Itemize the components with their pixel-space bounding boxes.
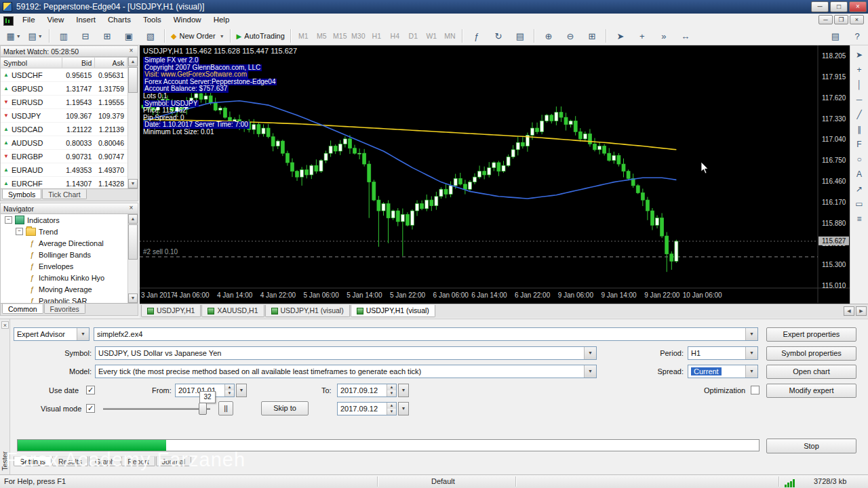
market-watch-icon[interactable]: ▥: [53, 28, 75, 44]
expert-file-select[interactable]: simplefx2.ex4▼: [94, 327, 758, 341]
timeframe-h1-button[interactable]: H1: [368, 29, 386, 43]
new-chart-icon[interactable]: ▦▼: [3, 28, 24, 44]
status-profile[interactable]: Default: [431, 477, 455, 485]
chart-window-icon[interactable]: [3, 16, 14, 26]
tab-symbols[interactable]: Symbols: [2, 189, 41, 199]
chevron-down-icon[interactable]: ▼: [745, 347, 757, 359]
vertical-line-icon[interactable]: │: [852, 77, 867, 92]
chart-window[interactable]: #2 sell 0.10118.205117.915117.620117.330…: [140, 45, 850, 304]
auto-scroll-icon[interactable]: »: [653, 28, 675, 44]
skip-to-button[interactable]: Skip to: [261, 401, 309, 415]
minimize-button[interactable]: ─: [811, 1, 829, 12]
menu-tools[interactable]: Tools: [137, 14, 167, 27]
cursor-icon[interactable]: ➤: [610, 28, 631, 44]
arrow-tool-icon[interactable]: ↗: [852, 182, 867, 197]
modify-expert-button[interactable]: Modify expert: [766, 384, 856, 398]
chevron-down-icon[interactable]: ▼: [745, 328, 757, 340]
rectangle-icon[interactable]: ▭: [852, 197, 867, 211]
spread-select[interactable]: Current▼: [688, 365, 758, 378]
market-watch-close-icon[interactable]: ×: [127, 47, 136, 56]
crosshair-icon[interactable]: +: [852, 62, 867, 77]
market-watch-row-usdjpy[interactable]: ▼USDJPY109.367109.379: [1, 109, 127, 123]
tester-tab-settings[interactable]: Settings: [14, 456, 52, 466]
chevron-down-icon[interactable]: ▼: [16, 34, 21, 39]
tester-tab-graph[interactable]: Graph: [89, 456, 121, 466]
new-order-button[interactable]: ◆New Order▼: [168, 28, 227, 44]
close-button[interactable]: ×: [849, 1, 867, 12]
collapse-icon[interactable]: −: [5, 216, 12, 224]
market-watch-row-eurchf[interactable]: ▲EURCHF1.143071.14328: [1, 177, 127, 188]
chart-shift-icon[interactable]: ↔: [675, 28, 696, 44]
menu-insert[interactable]: Insert: [70, 14, 102, 27]
timeframe-d1-button[interactable]: D1: [404, 29, 422, 43]
tree-item-parabolic-sar[interactable]: ƒParabolic SAR: [1, 295, 127, 303]
profiles-icon[interactable]: ▤▼: [24, 28, 46, 44]
skip-date-field[interactable]: 2017.09.12 ▲▼: [337, 402, 397, 415]
tree-item-average-directional[interactable]: ƒAverage Directional: [1, 237, 127, 249]
open-chart-button[interactable]: Open chart: [766, 365, 856, 379]
market-watch-row-usdcad[interactable]: ▲USDCAD1.211221.21139: [1, 123, 127, 136]
horizontal-line-icon[interactable]: ─: [852, 92, 867, 107]
tree-item-bollinger-bands[interactable]: ƒBollinger Bands: [1, 249, 127, 260]
optimization-checkbox[interactable]: [751, 386, 760, 394]
chevron-down-icon[interactable]: ▼: [38, 34, 43, 39]
to-date-field[interactable]: 2017.09.12 ▲▼: [337, 384, 397, 397]
tree-item-moving-average[interactable]: ƒMoving Average: [1, 283, 127, 295]
visual-speed-slider[interactable]: [103, 408, 210, 411]
zoom-out-icon[interactable]: ⊖: [559, 28, 581, 44]
cursor-icon[interactable]: ➤: [852, 47, 867, 62]
navigator-scrollbar[interactable]: ▲ ▼: [127, 214, 138, 303]
tabs-scroll-right-icon[interactable]: ▶: [856, 306, 867, 316]
symbol-select[interactable]: USDJPY, US Dollar vs Japanese Yen▼: [95, 346, 597, 360]
tile-windows-icon[interactable]: ⊞: [581, 28, 603, 44]
market-watch-row-audusd[interactable]: ▲AUDUSD0.800330.80046: [1, 136, 127, 150]
tree-node-indicators[interactable]: −Indicators: [1, 214, 127, 226]
chevron-down-icon[interactable]: ▼: [745, 365, 757, 378]
use-date-checkbox[interactable]: ✓: [86, 386, 95, 394]
zoom-in-icon[interactable]: ⊕: [538, 28, 559, 44]
menu-file[interactable]: File: [16, 14, 41, 27]
navigator-icon[interactable]: ⊞: [96, 28, 118, 44]
market-watch-row-usdchf[interactable]: ▲USDCHF0.956150.95631: [1, 68, 127, 82]
indicators-icon[interactable]: ƒ: [466, 28, 488, 44]
period-select[interactable]: H1▼: [688, 346, 758, 360]
strategy-tester-icon[interactable]: ▧: [140, 28, 161, 44]
spinner[interactable]: ▲▼: [224, 384, 234, 396]
visual-mode-checkbox[interactable]: ✓: [86, 404, 95, 413]
tester-tab-journal[interactable]: Journal: [156, 456, 191, 466]
market-watch-scrollbar[interactable]: ▲ ▼: [127, 57, 138, 188]
menu-charts[interactable]: Charts: [102, 14, 137, 27]
menu-help[interactable]: Help: [208, 14, 236, 27]
navigator-close-icon[interactable]: ×: [127, 204, 136, 213]
templates-icon[interactable]: ▤: [509, 28, 531, 44]
crosshair-icon[interactable]: +: [631, 28, 653, 44]
timeframe-m1-button[interactable]: M1: [294, 29, 313, 43]
maximize-button[interactable]: □: [830, 1, 848, 12]
skip-date-picker-icon[interactable]: ▼: [398, 402, 409, 415]
market-watch-row-eurusd[interactable]: ▼EURUSD1.195431.19555: [1, 96, 127, 109]
tab-tick-chart[interactable]: Tick Chart: [42, 189, 86, 199]
menu-window[interactable]: Window: [167, 14, 208, 27]
cycle-lines-icon[interactable]: ≡: [852, 211, 867, 226]
chevron-down-icon[interactable]: ▼: [584, 365, 596, 378]
chart-tab-0[interactable]: USDJPY,H1: [141, 305, 201, 317]
mdi-restore-button[interactable]: ❐: [834, 15, 848, 24]
slider-handle[interactable]: [199, 403, 207, 415]
timeframe-m15-button[interactable]: M15: [331, 29, 349, 43]
symbol-properties-button[interactable]: Symbol properties: [766, 346, 856, 361]
autotrading-button[interactable]: ▶AutoTrading: [234, 28, 288, 44]
tab-favorites[interactable]: Favorites: [44, 304, 85, 314]
column-header-bid[interactable]: Bid: [62, 57, 95, 68]
stop-button[interactable]: Stop: [766, 439, 856, 453]
tester-close-icon[interactable]: ×: [1, 321, 9, 329]
timeframe-w1-button[interactable]: W1: [422, 29, 441, 43]
menu-view[interactable]: View: [41, 14, 71, 27]
tree-item-ichimoku-kinko-hyo[interactable]: ƒIchimoku Kinko Hyo: [1, 272, 127, 283]
data-window-icon[interactable]: ⊟: [75, 28, 96, 44]
spinner[interactable]: ▲▼: [387, 384, 396, 396]
scroll-down-icon[interactable]: ▼: [128, 293, 138, 303]
tree-node-trend[interactable]: −Trend: [1, 226, 127, 237]
scroll-up-icon[interactable]: ▲: [128, 214, 138, 224]
tabs-scroll-left-icon[interactable]: ◀: [844, 306, 854, 316]
scroll-down-icon[interactable]: ▼: [128, 179, 138, 188]
